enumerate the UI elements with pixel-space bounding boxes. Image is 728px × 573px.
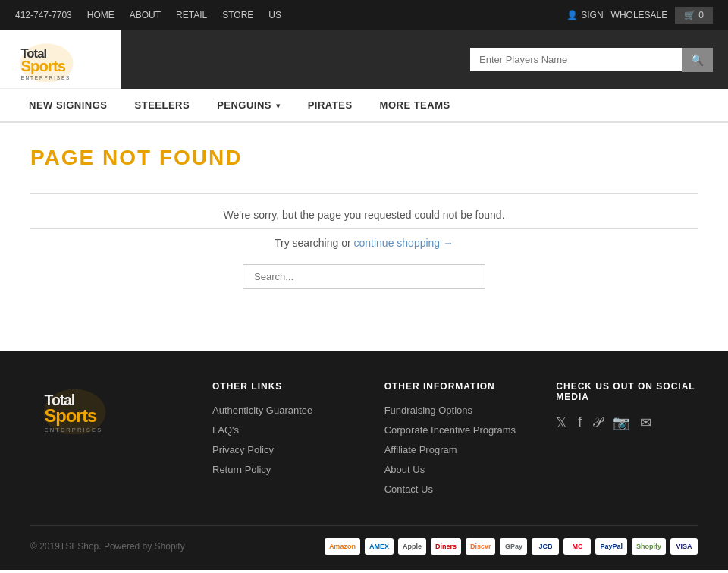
payment-apple: Apple [398, 538, 426, 555]
continue-shopping-link[interactable]: continue shopping → [353, 237, 453, 249]
try-searching-text: Try searching or continue shopping → [30, 237, 698, 249]
cart-icon: 🛒 [684, 10, 695, 20]
page-search-input[interactable] [243, 264, 485, 289]
page-title: PAGE NOT FOUND [30, 146, 698, 170]
wholesale-link[interactable]: WHOLESALE [611, 10, 668, 20]
search-form: 🔍 [470, 48, 713, 72]
payment-discover: Discvr [466, 538, 496, 555]
payment-shopify: Shopify [632, 538, 666, 555]
footer-link-privacy[interactable]: Privacy Policy [212, 443, 354, 455]
nav-retail[interactable]: RETAIL [176, 10, 207, 20]
search-icon: 🔍 [691, 54, 704, 66]
payment-jcb: JCB [532, 538, 559, 555]
twitter-icon[interactable]: 𝕏 [556, 414, 567, 431]
divider-bottom [30, 228, 698, 229]
nav-us[interactable]: US [268, 10, 281, 20]
nav-item-new-signings[interactable]: NEW SIGNINGS [15, 89, 121, 121]
pinterest-icon[interactable]: 𝒫 [592, 414, 602, 431]
social-icons: 𝕏 f 𝒫 📷 ✉ [556, 414, 698, 431]
nav-item-steelers[interactable]: STEELERS [121, 89, 204, 121]
facebook-icon[interactable]: f [578, 414, 582, 431]
footer-link-return[interactable]: Return Policy [212, 463, 354, 475]
footer-link-fundraising[interactable]: Fundraising Options [384, 404, 526, 416]
main-nav: NEW SIGNINGS STEELERS PENGUINS ▾ PIRATES… [0, 89, 728, 123]
chevron-down-icon: ▾ [276, 102, 281, 110]
footer-bottom: © 2019TSEShop. Powered by Shopify Amazon… [30, 525, 698, 555]
search-input[interactable] [470, 48, 682, 71]
phone-link[interactable]: 412-747-7703 [15, 10, 72, 20]
svg-text:ENTERPRISES: ENTERPRISES [45, 427, 103, 433]
copyright: © 2019TSEShop. Powered by Shopify [30, 541, 185, 552]
payment-diners: Diners [431, 538, 461, 555]
nav-home[interactable]: HOME [87, 10, 115, 20]
payment-paypal: PayPal [595, 538, 627, 555]
cart-button[interactable]: 🛒 0 [675, 7, 713, 24]
instagram-icon[interactable]: 📷 [613, 414, 629, 431]
error-message: We're sorry, but the page you requested … [30, 209, 698, 221]
footer-social-title: CHECK US OUT ON SOCIAL MEDIA [556, 381, 698, 402]
page-search-container [30, 264, 698, 289]
search-button[interactable]: 🔍 [682, 48, 713, 72]
nav-item-penguins[interactable]: PENGUINS ▾ [203, 89, 294, 121]
nav-about[interactable]: ABOUT [130, 10, 161, 20]
nav-store[interactable]: STORE [222, 10, 253, 20]
payment-visa: VISA [670, 538, 698, 555]
nav-item-pirates[interactable]: PIRATES [294, 89, 366, 121]
sign-link[interactable]: 👤 SIGN [566, 10, 603, 20]
footer: Total Sports ENTERPRISES In Pittsburgh E… [0, 351, 728, 570]
nav-item-more-teams[interactable]: MORE TEAMS [366, 89, 464, 121]
footer-link-authenticity[interactable]: Authenticity Guarantee [212, 404, 354, 416]
svg-text:ENTERPRISES: ENTERPRISES [20, 75, 71, 80]
user-icon: 👤 [566, 10, 578, 20]
logo-svg: Total Sports ENTERPRISES In Pittsburgh E… [15, 36, 106, 82]
footer-link-faq[interactable]: FAQ's [212, 423, 354, 436]
payment-mastercard: MC [563, 538, 591, 555]
svg-text:Sports: Sports [20, 58, 65, 74]
footer-link-affiliate[interactable]: Affiliate Program [384, 443, 526, 455]
footer-logo: Total Sports ENTERPRISES In Pittsburgh E… [30, 381, 182, 502]
svg-text:Sports: Sports [45, 406, 97, 426]
top-bar-right: 👤 SIGN WHOLESALE 🛒 0 [566, 7, 713, 24]
divider-top [30, 193, 698, 194]
footer-other-links-title: OTHER LINKS [212, 381, 354, 392]
payment-amazon: Amazon [325, 538, 360, 555]
top-bar-left: 412-747-7703 HOME ABOUT RETAIL STORE US [15, 10, 281, 20]
footer-other-info-title: OTHER INFORMATION [384, 381, 526, 392]
logo[interactable]: Total Sports ENTERPRISES In Pittsburgh E… [15, 36, 106, 82]
footer-other-links: OTHER LINKS Authenticity Guarantee FAQ's… [212, 381, 354, 502]
footer-link-contact[interactable]: Contact Us [384, 483, 526, 495]
footer-social: CHECK US OUT ON SOCIAL MEDIA 𝕏 f 𝒫 📷 ✉ [556, 381, 698, 502]
footer-other-info: OTHER INFORMATION Fundraising Options Co… [384, 381, 526, 502]
footer-link-corporate[interactable]: Corporate Incentive Programs [384, 423, 526, 436]
footer-top: Total Sports ENTERPRISES In Pittsburgh E… [30, 381, 698, 502]
footer-link-about[interactable]: About Us [384, 463, 526, 475]
email-icon[interactable]: ✉ [640, 414, 651, 431]
payment-amex: AMEX [365, 538, 394, 555]
payment-icons: Amazon AMEX Apple Diners Discvr GPay JCB… [325, 538, 698, 555]
payment-gpay: GPay [500, 538, 527, 555]
top-bar: 412-747-7703 HOME ABOUT RETAIL STORE US … [0, 0, 728, 30]
page-content: PAGE NOT FOUND We're sorry, but the page… [0, 123, 728, 351]
footer-logo-svg: Total Sports ENTERPRISES In Pittsburgh E… [30, 381, 152, 434]
